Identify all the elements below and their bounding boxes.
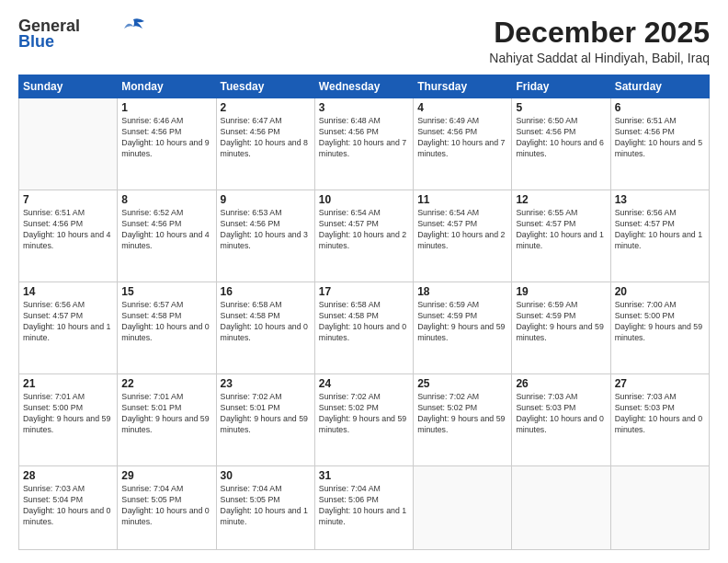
calendar-table: SundayMondayTuesdayWednesdayThursdayFrid… (18, 75, 710, 550)
calendar-cell: 28Sunrise: 7:03 AM Sunset: 5:04 PM Dayli… (19, 466, 118, 550)
day-number: 23 (221, 377, 311, 390)
day-number: 14 (23, 285, 113, 298)
day-info: Sunrise: 6:59 AM Sunset: 4:59 PM Dayligh… (417, 300, 507, 344)
day-number: 28 (23, 469, 113, 482)
day-number: 8 (121, 193, 211, 206)
calendar-cell (19, 98, 118, 190)
day-number: 27 (615, 377, 705, 390)
day-info: Sunrise: 7:02 AM Sunset: 5:01 PM Dayligh… (221, 392, 311, 436)
day-info: Sunrise: 6:57 AM Sunset: 4:58 PM Dayligh… (121, 300, 211, 344)
calendar-cell: 4Sunrise: 6:49 AM Sunset: 4:56 PM Daylig… (414, 98, 512, 190)
calendar-cell: 29Sunrise: 7:04 AM Sunset: 5:05 PM Dayli… (118, 466, 216, 550)
weekday-header-wednesday: Wednesday (314, 75, 413, 98)
day-number: 19 (516, 285, 606, 298)
calendar-cell: 6Sunrise: 6:51 AM Sunset: 4:56 PM Daylig… (610, 98, 709, 190)
day-number: 11 (417, 193, 507, 206)
day-info: Sunrise: 6:46 AM Sunset: 4:56 PM Dayligh… (121, 116, 211, 160)
day-info: Sunrise: 6:50 AM Sunset: 4:56 PM Dayligh… (516, 116, 606, 160)
day-info: Sunrise: 6:48 AM Sunset: 4:56 PM Dayligh… (319, 116, 409, 160)
calendar-cell: 5Sunrise: 6:50 AM Sunset: 4:56 PM Daylig… (512, 98, 610, 190)
title-block: December 2025 Nahiyat Saddat al Hindiyah… (489, 17, 710, 65)
weekday-header-sunday: Sunday (19, 75, 118, 98)
day-number: 22 (121, 377, 211, 390)
weekday-header-row: SundayMondayTuesdayWednesdayThursdayFrid… (19, 75, 710, 98)
day-number: 15 (121, 285, 211, 298)
calendar-cell: 16Sunrise: 6:58 AM Sunset: 4:58 PM Dayli… (216, 282, 314, 374)
day-info: Sunrise: 6:55 AM Sunset: 4:57 PM Dayligh… (516, 208, 606, 252)
logo-bird-icon (120, 17, 146, 34)
day-number: 31 (319, 469, 409, 482)
day-info: Sunrise: 7:03 AM Sunset: 5:03 PM Dayligh… (615, 392, 705, 436)
location-title: Nahiyat Saddat al Hindiyah, Babil, Iraq (489, 51, 710, 65)
logo: General Blue (18, 17, 146, 52)
day-number: 26 (516, 377, 606, 390)
weekday-header-saturday: Saturday (610, 75, 709, 98)
day-info: Sunrise: 7:04 AM Sunset: 5:06 PM Dayligh… (319, 484, 409, 528)
day-number: 25 (417, 377, 507, 390)
day-info: Sunrise: 7:01 AM Sunset: 5:01 PM Dayligh… (121, 392, 211, 436)
calendar-cell: 9Sunrise: 6:53 AM Sunset: 4:56 PM Daylig… (216, 190, 314, 282)
day-number: 18 (417, 285, 507, 298)
calendar-week-row: 7Sunrise: 6:51 AM Sunset: 4:56 PM Daylig… (19, 190, 710, 282)
calendar-week-row: 28Sunrise: 7:03 AM Sunset: 5:04 PM Dayli… (19, 466, 710, 550)
calendar-cell: 15Sunrise: 6:57 AM Sunset: 4:58 PM Dayli… (118, 282, 216, 374)
calendar-cell: 19Sunrise: 6:59 AM Sunset: 4:59 PM Dayli… (512, 282, 610, 374)
calendar-cell (512, 466, 610, 550)
calendar-cell: 1Sunrise: 6:46 AM Sunset: 4:56 PM Daylig… (118, 98, 216, 190)
day-info: Sunrise: 6:52 AM Sunset: 4:56 PM Dayligh… (121, 208, 211, 252)
day-info: Sunrise: 6:59 AM Sunset: 4:59 PM Dayligh… (516, 300, 606, 344)
day-info: Sunrise: 7:02 AM Sunset: 5:02 PM Dayligh… (319, 392, 409, 436)
day-number: 17 (319, 285, 409, 298)
day-info: Sunrise: 6:56 AM Sunset: 4:57 PM Dayligh… (23, 300, 113, 344)
day-info: Sunrise: 6:53 AM Sunset: 4:56 PM Dayligh… (221, 208, 311, 252)
calendar-cell: 2Sunrise: 6:47 AM Sunset: 4:56 PM Daylig… (216, 98, 314, 190)
month-title: December 2025 (489, 17, 710, 49)
calendar-cell: 25Sunrise: 7:02 AM Sunset: 5:02 PM Dayli… (414, 374, 512, 466)
calendar-cell: 18Sunrise: 6:59 AM Sunset: 4:59 PM Dayli… (414, 282, 512, 374)
day-info: Sunrise: 6:49 AM Sunset: 4:56 PM Dayligh… (417, 116, 507, 160)
calendar-cell: 30Sunrise: 7:04 AM Sunset: 5:05 PM Dayli… (216, 466, 314, 550)
day-number: 4 (417, 101, 507, 114)
calendar-cell: 31Sunrise: 7:04 AM Sunset: 5:06 PM Dayli… (314, 466, 413, 550)
day-number: 3 (319, 101, 409, 114)
day-number: 6 (615, 101, 705, 114)
calendar-cell: 14Sunrise: 6:56 AM Sunset: 4:57 PM Dayli… (19, 282, 118, 374)
day-number: 20 (615, 285, 705, 298)
calendar-cell: 23Sunrise: 7:02 AM Sunset: 5:01 PM Dayli… (216, 374, 314, 466)
calendar-cell: 13Sunrise: 6:56 AM Sunset: 4:57 PM Dayli… (610, 190, 709, 282)
day-info: Sunrise: 7:00 AM Sunset: 5:00 PM Dayligh… (615, 300, 705, 344)
day-number: 13 (615, 193, 705, 206)
calendar-week-row: 1Sunrise: 6:46 AM Sunset: 4:56 PM Daylig… (19, 98, 710, 190)
day-number: 5 (516, 101, 606, 114)
day-info: Sunrise: 6:47 AM Sunset: 4:56 PM Dayligh… (221, 116, 311, 160)
calendar-cell: 8Sunrise: 6:52 AM Sunset: 4:56 PM Daylig… (118, 190, 216, 282)
day-info: Sunrise: 7:04 AM Sunset: 5:05 PM Dayligh… (121, 484, 211, 528)
day-number: 7 (23, 193, 113, 206)
day-info: Sunrise: 6:51 AM Sunset: 4:56 PM Dayligh… (23, 208, 113, 252)
day-number: 9 (221, 193, 311, 206)
day-number: 24 (319, 377, 409, 390)
calendar-page: General Blue December 2025 Nahiyat Sadda… (0, 0, 728, 563)
calendar-cell: 20Sunrise: 7:00 AM Sunset: 5:00 PM Dayli… (610, 282, 709, 374)
day-number: 2 (221, 101, 311, 114)
day-info: Sunrise: 7:04 AM Sunset: 5:05 PM Dayligh… (221, 484, 311, 528)
day-info: Sunrise: 7:01 AM Sunset: 5:00 PM Dayligh… (23, 392, 113, 436)
day-info: Sunrise: 6:56 AM Sunset: 4:57 PM Dayligh… (615, 208, 705, 252)
calendar-cell: 27Sunrise: 7:03 AM Sunset: 5:03 PM Dayli… (610, 374, 709, 466)
day-number: 12 (516, 193, 606, 206)
calendar-cell: 7Sunrise: 6:51 AM Sunset: 4:56 PM Daylig… (19, 190, 118, 282)
calendar-cell (610, 466, 709, 550)
weekday-header-thursday: Thursday (414, 75, 512, 98)
calendar-cell: 22Sunrise: 7:01 AM Sunset: 5:01 PM Dayli… (118, 374, 216, 466)
calendar-cell: 21Sunrise: 7:01 AM Sunset: 5:00 PM Dayli… (19, 374, 118, 466)
calendar-week-row: 14Sunrise: 6:56 AM Sunset: 4:57 PM Dayli… (19, 282, 710, 374)
day-info: Sunrise: 6:51 AM Sunset: 4:56 PM Dayligh… (615, 116, 705, 160)
day-info: Sunrise: 6:58 AM Sunset: 4:58 PM Dayligh… (319, 300, 409, 344)
calendar-cell (414, 466, 512, 550)
day-info: Sunrise: 7:02 AM Sunset: 5:02 PM Dayligh… (417, 392, 507, 436)
day-number: 29 (121, 469, 211, 482)
day-info: Sunrise: 6:54 AM Sunset: 4:57 PM Dayligh… (319, 208, 409, 252)
page-header: General Blue December 2025 Nahiyat Sadda… (18, 17, 710, 65)
calendar-cell: 3Sunrise: 6:48 AM Sunset: 4:56 PM Daylig… (314, 98, 413, 190)
calendar-cell: 17Sunrise: 6:58 AM Sunset: 4:58 PM Dayli… (314, 282, 413, 374)
